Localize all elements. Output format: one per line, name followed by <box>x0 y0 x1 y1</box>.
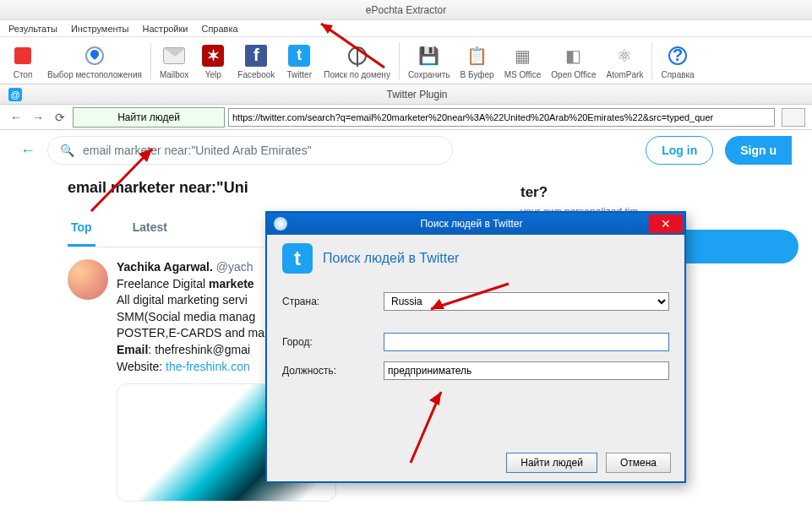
clipboard-icon: 📋 <box>464 42 491 69</box>
form-row-role: Должность: <box>282 361 669 380</box>
navbar: ← → ⟳ Найти людей <box>0 105 812 130</box>
atompark-icon: ⚛ <box>611 42 638 69</box>
tweet-username[interactable]: Yachika Agarwal. <box>117 260 213 274</box>
menubar: Результаты Инструменты Настройки Справка <box>0 20 812 37</box>
toolbar-geo[interactable]: Выбор местоположения <box>42 41 147 81</box>
dialog-footer: Найти людей Отмена <box>506 453 671 473</box>
dialog-header-text: Поиск людей в Twitter <box>323 251 459 266</box>
dialog-cancel-button[interactable]: Отмена <box>606 453 671 473</box>
mailbox-icon <box>163 47 185 64</box>
toolbar-facebook[interactable]: fFacebook <box>232 41 280 81</box>
toolbar-separator <box>399 42 400 79</box>
app-title: ePochta Extractor <box>366 4 446 16</box>
find-people-button[interactable]: Найти людей <box>73 107 225 128</box>
stop-icon <box>14 47 31 64</box>
twitter-logo-icon: t <box>282 243 313 274</box>
toolbar-domain[interactable]: Поиск по домену <box>319 41 395 81</box>
save-icon: 💾 <box>416 42 443 69</box>
toolbar-twitter[interactable]: tTwitter <box>280 41 319 81</box>
dialog-find-button[interactable]: Найти людей <box>506 453 597 473</box>
toolbar-help[interactable]: ?Справка <box>656 41 699 81</box>
twitter-search-input[interactable]: 🔍 email marketer near:"United Arab Emira… <box>47 136 453 165</box>
login-button[interactable]: Log in <box>646 136 713 165</box>
country-select[interactable]: Russia <box>384 292 669 311</box>
search-icon: 🔍 <box>60 144 74 157</box>
tweet-handle[interactable]: @yach <box>216 260 253 274</box>
help-icon: ? <box>668 46 687 65</box>
twitter-icon: t <box>288 45 310 67</box>
toolbar: Стоп Выбор местоположения Mailbox ✶Yelp … <box>0 37 812 84</box>
plugin-titlebar: @ Twitter Plugin <box>0 84 812 105</box>
country-label: Страна: <box>282 296 384 307</box>
dialog-icon <box>274 217 287 231</box>
dialog-body: t Поиск людей в Twitter Страна: Russia Г… <box>267 235 684 399</box>
toolbar-yelp[interactable]: ✶Yelp <box>193 41 232 81</box>
twitter-search-text: email marketer near:"United Arab Emirate… <box>83 144 312 157</box>
toolbar-clipboard[interactable]: 📋В Буфер <box>455 41 499 81</box>
dialog-close-button[interactable]: ✕ <box>649 214 683 233</box>
dialog-title: Поиск людей в Twitter <box>294 218 649 230</box>
city-input[interactable] <box>384 333 669 351</box>
nav-refresh[interactable]: ⟳ <box>51 108 69 127</box>
toolbar-openoffice[interactable]: ◧Open Office <box>546 41 601 81</box>
signup-button[interactable]: Sign u <box>725 136 792 165</box>
tweet-website-link[interactable]: the-freshink.con <box>166 360 250 373</box>
msoffice-icon: ▦ <box>509 42 536 69</box>
toolbar-atompark[interactable]: ⚛AtomPark <box>602 41 649 81</box>
form-row-city: Город: <box>282 333 669 351</box>
toolbar-separator <box>150 42 151 79</box>
domain-icon <box>348 46 367 65</box>
city-label: Город: <box>282 336 384 348</box>
toolbar-save[interactable]: 💾Сохранить <box>403 41 455 81</box>
nav-go-button[interactable] <box>782 108 805 127</box>
avatar[interactable] <box>68 259 108 300</box>
role-input[interactable] <box>384 361 669 380</box>
role-label: Должность: <box>282 365 384 377</box>
yelp-icon: ✶ <box>202 45 224 67</box>
openoffice-icon: ◧ <box>560 42 587 69</box>
dialog-header: t Поиск людей в Twitter <box>282 243 669 274</box>
menu-tools[interactable]: Инструменты <box>71 24 129 34</box>
search-people-dialog: Поиск людей в Twitter ✕ t Поиск людей в … <box>265 211 686 483</box>
nav-forward[interactable]: → <box>29 108 47 127</box>
search-heading: email marketer near:"Uni <box>68 179 507 197</box>
tab-latest[interactable]: Latest <box>129 210 171 247</box>
nav-back[interactable]: ← <box>7 108 25 127</box>
app-titlebar: ePochta Extractor <box>0 0 812 20</box>
toolbar-msoffice[interactable]: ▦MS Office <box>499 41 547 81</box>
plugin-title: Twitter Plugin <box>22 89 812 100</box>
twitter-back-icon[interactable]: ← <box>20 142 35 160</box>
toolbar-separator <box>651 42 652 79</box>
menu-settings[interactable]: Настройки <box>143 24 188 34</box>
form-row-country: Страна: Russia <box>282 292 669 311</box>
menu-results[interactable]: Результаты <box>8 24 57 34</box>
tab-top[interactable]: Top <box>68 210 95 247</box>
location-icon <box>85 46 104 65</box>
plugin-icon: @ <box>8 88 22 101</box>
sidebar-heading: ter? <box>520 184 798 201</box>
url-input[interactable] <box>228 108 775 127</box>
twitter-topbar: ← 🔍 email marketer near:"United Arab Emi… <box>0 130 812 171</box>
toolbar-stop[interactable]: Стоп <box>3 41 42 81</box>
menu-help[interactable]: Справка <box>201 24 237 34</box>
toolbar-mailbox[interactable]: Mailbox <box>155 41 193 81</box>
dialog-titlebar[interactable]: Поиск людей в Twitter ✕ <box>267 213 684 235</box>
facebook-icon: f <box>245 45 267 67</box>
